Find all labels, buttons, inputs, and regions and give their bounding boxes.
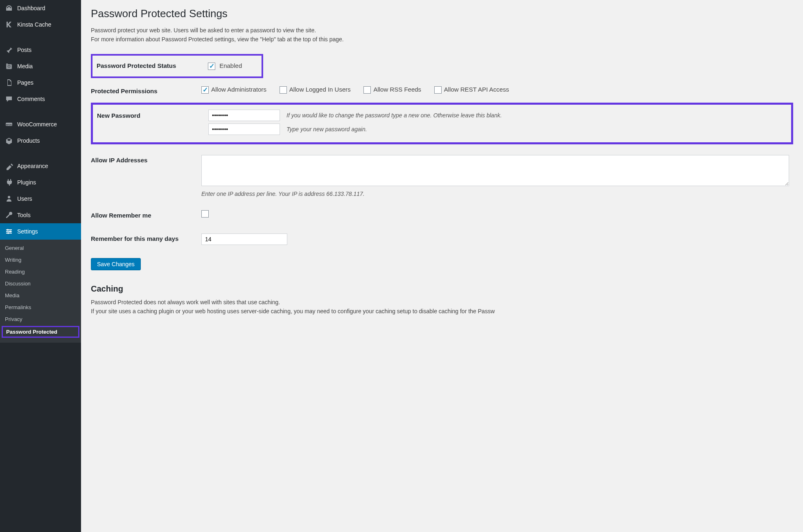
pages-icon (5, 79, 13, 87)
status-label: Password Protected Status (97, 58, 203, 74)
perm-admins-checkbox[interactable] (201, 86, 209, 94)
remember-days-label: Remember for this many days (91, 227, 197, 251)
svg-point-3 (8, 196, 10, 198)
sidebar-item-kinsta-cache[interactable]: Kinsta Cache (0, 16, 81, 33)
caching-text: Password Protected does not always work … (91, 298, 793, 316)
sidebar-item-posts[interactable]: Posts (0, 42, 81, 58)
sidebar-item-dashboard[interactable]: Dashboard (0, 0, 81, 16)
users-icon (5, 195, 13, 203)
perm-logged-checkbox[interactable] (280, 86, 287, 94)
new-password-highlight: New Password If you would like to change… (91, 103, 793, 144)
sidebar-item-tools[interactable]: Tools (0, 207, 81, 223)
submenu-item-password-protected[interactable]: Password Protected (2, 326, 79, 338)
submenu-item-writing[interactable]: Writing (0, 254, 81, 266)
confirm-password-input[interactable] (208, 123, 280, 135)
sidebar-item-label: Tools (17, 212, 76, 218)
save-changes-button[interactable]: Save Changes (91, 258, 141, 270)
submenu-item-media[interactable]: Media (0, 290, 81, 301)
sidebar-item-settings[interactable]: Settings (0, 223, 81, 240)
appearance-icon (5, 162, 13, 170)
allow-ip-desc: Enter one IP address per line. Your IP i… (201, 191, 789, 197)
allow-ip-label: Allow IP Addresses (91, 148, 197, 204)
perm-rss-label[interactable]: Allow RSS Feeds (363, 86, 421, 93)
plugins-icon (5, 178, 13, 186)
sidebar-item-label: Comments (17, 96, 76, 102)
enabled-checkbox[interactable] (208, 63, 215, 70)
sidebar-item-label: WooCommerce (17, 121, 76, 128)
sidebar-item-label: Settings (17, 228, 76, 235)
sidebar-item-label: Dashboard (17, 5, 76, 11)
remember-checkbox[interactable] (201, 210, 209, 218)
media-icon (5, 62, 13, 70)
sidebar-item-comments[interactable]: Comments (0, 91, 81, 107)
allow-ip-textarea[interactable] (201, 155, 789, 186)
sidebar-item-products[interactable]: Products (0, 132, 81, 149)
remember-label: Allow Remember me (91, 204, 197, 227)
new-password-label: New Password (97, 108, 203, 139)
svg-point-7 (7, 229, 9, 231)
sidebar-item-woocommerce[interactable]: WOO WooCommerce (0, 116, 81, 132)
settings-icon (5, 227, 13, 236)
page-intro: Password protect your web site. Users wi… (91, 26, 793, 44)
sidebar-item-label: Posts (17, 47, 76, 53)
submenu-item-reading[interactable]: Reading (0, 266, 81, 278)
submenu-item-permalinks[interactable]: Permalinks (0, 301, 81, 313)
woo-icon: WOO (5, 120, 13, 128)
comments-icon (5, 95, 13, 103)
main-content: Password Protected Settings Password pro… (81, 0, 803, 532)
sidebar-item-label: Users (17, 195, 76, 202)
sidebar-item-label: Kinsta Cache (17, 21, 76, 28)
sidebar-item-users[interactable]: Users (0, 191, 81, 207)
new-password-desc1: If you would like to change the password… (286, 112, 502, 119)
dashboard-icon (5, 4, 13, 12)
sidebar-item-pages[interactable]: Pages (0, 74, 81, 91)
pin-icon (5, 46, 13, 54)
sidebar-item-label: Products (17, 137, 76, 144)
settings-submenu: General Writing Reading Discussion Media… (0, 240, 81, 343)
sidebar-item-plugins[interactable]: Plugins (0, 174, 81, 191)
products-icon (5, 137, 13, 145)
perm-logged-label[interactable]: Allow Logged In Users (280, 86, 351, 93)
submenu-item-privacy[interactable]: Privacy (0, 313, 81, 325)
permissions-label: Protected Permissions (91, 79, 197, 103)
submenu-item-general[interactable]: General (0, 242, 81, 254)
perm-admins-label[interactable]: Allow Administrators (201, 86, 266, 93)
perm-rest-checkbox[interactable] (434, 86, 442, 94)
new-password-input[interactable] (208, 110, 280, 121)
svg-point-9 (7, 232, 9, 234)
enabled-label[interactable]: Enabled (208, 62, 242, 69)
admin-sidebar: Dashboard Kinsta Cache Posts Media Pages… (0, 0, 81, 532)
status-highlight: Password Protected Status Enabled (91, 54, 263, 78)
submenu-item-discussion[interactable]: Discussion (0, 278, 81, 290)
caching-heading: Caching (91, 284, 793, 294)
remember-days-input[interactable] (201, 233, 287, 245)
svg-point-8 (9, 231, 11, 232)
kinsta-icon (5, 20, 13, 29)
new-password-desc2: Type your new password again. (286, 126, 367, 132)
sidebar-item-label: Media (17, 63, 76, 70)
sidebar-item-label: Appearance (17, 163, 76, 169)
sidebar-item-media[interactable]: Media (0, 58, 81, 74)
perm-rest-label[interactable]: Allow REST API Access (434, 86, 509, 93)
page-title: Password Protected Settings (91, 7, 793, 20)
perm-rss-checkbox[interactable] (363, 86, 371, 94)
sidebar-item-appearance[interactable]: Appearance (0, 158, 81, 174)
sidebar-item-label: Plugins (17, 179, 76, 186)
svg-point-0 (8, 65, 10, 67)
sidebar-item-label: Pages (17, 79, 76, 86)
svg-text:WOO: WOO (6, 123, 12, 126)
tools-icon (5, 211, 13, 219)
settings-form: Password Protected Status Enabled Protec… (91, 54, 793, 251)
